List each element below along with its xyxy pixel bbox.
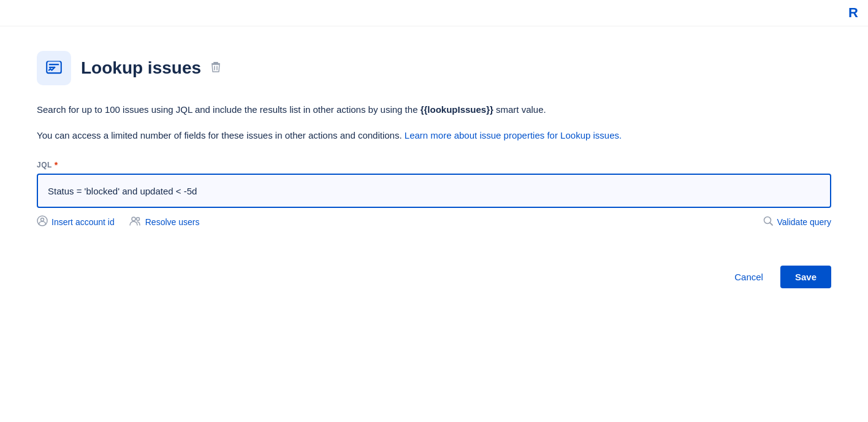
- validate-query-icon: [763, 215, 774, 229]
- resolve-users-button[interactable]: Resolve users: [129, 215, 200, 229]
- actions-left: Insert account id Resolve users: [37, 215, 199, 229]
- description-2-text: You can access a limited number of field…: [37, 130, 402, 140]
- svg-rect-5: [49, 64, 59, 65]
- lookup-issues-svg-icon: [45, 59, 63, 77]
- jql-input[interactable]: [37, 174, 831, 208]
- description-1-before: Search for up to 100 issues using JQL an…: [37, 104, 421, 115]
- cancel-button[interactable]: Cancel: [725, 267, 773, 287]
- svg-line-16: [770, 223, 772, 225]
- resolve-users-icon: [129, 215, 142, 229]
- actions-row: Insert account id Resolve users: [37, 215, 831, 229]
- resolve-users-label: Resolve users: [145, 217, 200, 227]
- description-1-after: smart value.: [493, 104, 546, 115]
- delete-icon[interactable]: [210, 61, 222, 76]
- lookup-issues-icon-box: [37, 51, 71, 85]
- description-2: You can access a limited number of field…: [37, 128, 803, 143]
- required-star: *: [55, 160, 58, 170]
- footer-row: Cancel Save: [37, 266, 831, 288]
- svg-point-13: [132, 217, 135, 221]
- smart-value: {{lookupIssues}}: [421, 104, 493, 115]
- validate-query-label: Validate query: [777, 217, 831, 227]
- jql-field-container: JQL *: [37, 160, 831, 208]
- jql-label: JQL *: [37, 160, 831, 170]
- save-button[interactable]: Save: [780, 266, 831, 288]
- insert-account-id-button[interactable]: Insert account id: [37, 215, 115, 229]
- svg-point-12: [41, 218, 44, 221]
- description-1: Search for up to 100 issues using JQL an…: [37, 102, 803, 117]
- svg-rect-7: [213, 62, 218, 63]
- title-area: Lookup issues: [81, 58, 222, 78]
- page-title: Lookup issues: [81, 58, 201, 78]
- validate-query-button[interactable]: Validate query: [763, 215, 831, 229]
- account-id-icon: [37, 215, 48, 229]
- insert-account-id-label: Insert account id: [51, 217, 115, 227]
- top-bar-letter: R: [848, 5, 858, 21]
- svg-point-14: [136, 218, 139, 221]
- learn-more-link[interactable]: Learn more about issue properties for Lo…: [405, 130, 622, 140]
